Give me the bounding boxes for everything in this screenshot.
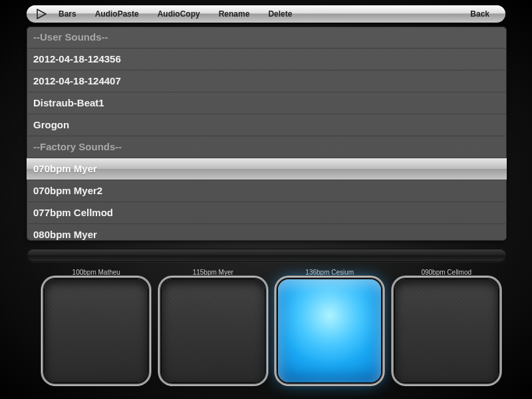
list-item[interactable]: 2012-04-18-124356 bbox=[27, 49, 507, 70]
list-header-user: --User Sounds-- bbox=[27, 27, 507, 49]
list-item[interactable]: 070bpm Myer2 bbox=[27, 180, 507, 202]
list-item[interactable]: Distraub-Beat1 bbox=[27, 92, 507, 114]
bars-button[interactable]: Bars bbox=[49, 5, 86, 23]
pad-row: 100bpm Matheu 115bpm Myer 136bpm Cesium … bbox=[44, 269, 499, 382]
pad-label: 090bpm Cellmod bbox=[421, 269, 471, 277]
pad-label: 136bpm Cesium bbox=[305, 269, 354, 277]
back-button[interactable]: Back bbox=[461, 5, 499, 23]
rename-button[interactable]: Rename bbox=[209, 5, 259, 23]
list-header-factory: --Factory Sounds-- bbox=[27, 136, 507, 158]
pad-4[interactable] bbox=[395, 279, 498, 382]
list-item[interactable]: 2012-04-18-124407 bbox=[27, 70, 507, 92]
play-icon[interactable] bbox=[33, 7, 49, 21]
list-item[interactable]: 080bpm Myer bbox=[27, 224, 507, 241]
list-item-selected[interactable]: 070bpm Myer bbox=[27, 158, 507, 180]
pad-2[interactable] bbox=[162, 279, 265, 382]
pad-3[interactable] bbox=[278, 279, 381, 382]
delete-button[interactable]: Delete bbox=[259, 5, 301, 23]
pad-slot-4: 090bpm Cellmod bbox=[394, 269, 499, 382]
pad-slot-3: 136bpm Cesium bbox=[277, 269, 382, 382]
toolbar: Bars AudioPaste AudioCopy Rename Delete … bbox=[27, 5, 505, 23]
pad-slot-1: 100bpm Matheu bbox=[44, 269, 149, 382]
audiopaste-button[interactable]: AudioPaste bbox=[86, 5, 148, 23]
svg-marker-0 bbox=[37, 9, 46, 19]
audiocopy-button[interactable]: AudioCopy bbox=[148, 5, 209, 23]
list-item[interactable]: Grogon bbox=[27, 114, 507, 136]
toolbar-left: Bars AudioPaste AudioCopy Rename Delete bbox=[33, 5, 301, 23]
pad-label: 115bpm Myer bbox=[193, 269, 233, 277]
sound-list: --User Sounds-- 2012-04-18-124356 2012-0… bbox=[27, 27, 507, 241]
list-item[interactable]: 077bpm Cellmod bbox=[27, 202, 507, 224]
pad-slot-2: 115bpm Myer bbox=[161, 269, 266, 382]
pad-label: 100bpm Matheu bbox=[72, 269, 120, 277]
pad-1[interactable] bbox=[45, 279, 148, 382]
divider-bar bbox=[27, 249, 507, 262]
